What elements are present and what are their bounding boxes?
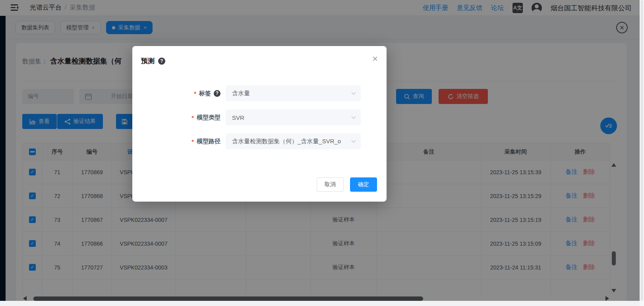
chevron-down-icon <box>350 114 357 121</box>
label-field-name: 标签 <box>199 90 211 97</box>
field-row-model-type: * 模型类型 SVR <box>132 110 387 125</box>
required-mark: * <box>194 90 196 97</box>
modal-close-icon[interactable]: × <box>372 54 378 64</box>
predict-modal: 预测 ? × * 标签 ? 含水量 * 模型类型 SVR <box>132 46 387 202</box>
confirm-button[interactable]: 确定 <box>350 177 377 192</box>
label-select-value: 含水量 <box>232 90 349 97</box>
modal-title-text: 预测 <box>141 56 155 65</box>
model-type-select[interactable]: SVR <box>226 110 361 125</box>
browser-scroll-thumb[interactable] <box>640 0 643 301</box>
browser-scrollbar-area[interactable] <box>640 0 644 306</box>
help-icon[interactable]: ? <box>158 58 165 65</box>
bottom-gutter <box>0 301 640 306</box>
modal-title: 预测 ? <box>141 56 165 65</box>
help-icon[interactable]: ? <box>214 90 220 97</box>
chevron-down-icon <box>350 138 357 144</box>
screen: 光谱云平台/采集数据 使用手册 意见反馈 论坛 A文 烟台国工智能科技有限公司 … <box>0 0 644 306</box>
model-path-field-name: 模型路径 <box>197 138 220 145</box>
required-mark: * <box>191 114 194 121</box>
chevron-down-icon <box>350 90 357 96</box>
field-row-label: * 标签 ? 含水量 <box>132 85 387 101</box>
model-type-field-name: 模型类型 <box>197 114 220 121</box>
field-row-model-path: * 模型路径 含水量检测数据集（何）_含水量_SVR_o <box>132 133 387 149</box>
model-path-select-value: 含水量检测数据集（何）_含水量_SVR_o <box>232 138 349 145</box>
model-type-select-value: SVR <box>232 114 349 121</box>
model-path-select[interactable]: 含水量检测数据集（何）_含水量_SVR_o <box>226 133 361 149</box>
cancel-button[interactable]: 取消 <box>317 177 344 192</box>
required-mark: * <box>191 138 194 145</box>
label-select[interactable]: 含水量 <box>226 85 361 101</box>
